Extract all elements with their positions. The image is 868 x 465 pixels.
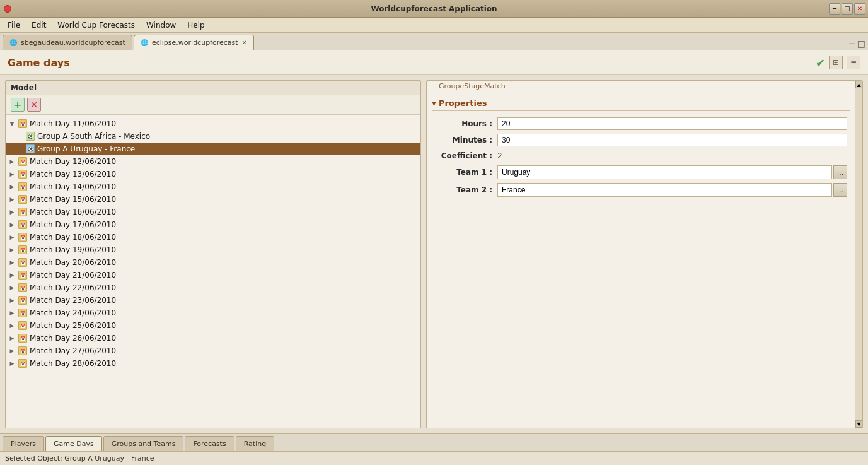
tree-expand-day24[interactable] xyxy=(8,309,16,317)
scrollbar-thumb-area[interactable] xyxy=(855,88,862,420)
calendar-icon-day17: 📅 xyxy=(18,220,28,230)
tree-item-day16[interactable]: 📅 Match Day 16/06/2010 xyxy=(6,206,420,218)
tree-label-day13: Match Day 13/06/2010 xyxy=(30,170,116,179)
scrollbar-up-button[interactable]: ▲ xyxy=(855,81,862,88)
tree-expand-day22[interactable] xyxy=(8,284,16,291)
tree-item-day27[interactable]: 📅 Match Day 27/06/2010 xyxy=(6,344,420,357)
menu-help[interactable]: Help xyxy=(182,20,209,31)
tree-label-day17: Match Day 17/06/2010 xyxy=(30,220,116,229)
validate-icon[interactable]: ✔ xyxy=(816,56,825,69)
team1-label: Team 1 : xyxy=(434,168,497,177)
tree-item-day25[interactable]: 📅 Match Day 25/06/2010 xyxy=(6,319,420,332)
properties-header: Properties xyxy=(432,98,850,111)
tree-expand-day14[interactable] xyxy=(8,183,16,191)
minutes-input[interactable] xyxy=(497,134,847,146)
tree-expand-day20[interactable] xyxy=(8,259,16,266)
model-panel-header: Model xyxy=(6,81,420,95)
tree-expand-day15[interactable] xyxy=(8,196,16,203)
calendar-icon-day12: 📅 xyxy=(18,156,28,167)
tree-label-day27: Match Day 27/06/2010 xyxy=(30,346,116,355)
tab-sbegaudeau[interactable]: 🌐 sbegaudeau.worldcupforecast xyxy=(3,35,132,50)
team2-input[interactable] xyxy=(497,183,832,197)
tree-expand-day19[interactable] xyxy=(8,246,16,254)
minimize-button[interactable]: ─ xyxy=(829,3,840,15)
tree-label-day14: Match Day 14/06/2010 xyxy=(30,182,116,191)
menu-bar: File Edit World Cup Forecasts Window Hel… xyxy=(0,18,868,33)
layout-grid-button[interactable]: ⊞ xyxy=(829,56,843,69)
menu-edit[interactable]: Edit xyxy=(26,20,51,31)
tree-item-day12[interactable]: 📅 Match Day 12/06/2010 xyxy=(6,155,420,168)
tree-expand-day18[interactable] xyxy=(8,233,16,241)
tree-item-day17[interactable]: 📅 Match Day 17/06/2010 xyxy=(6,218,420,231)
bottom-tabs: Players Game Days Groups and Teams Forec… xyxy=(0,433,868,451)
team1-input[interactable] xyxy=(497,165,832,179)
right-scrollbar[interactable]: ▲ ▼ xyxy=(855,81,862,428)
tab-close-button[interactable]: ✕ xyxy=(242,39,247,46)
tree-item-day22[interactable]: 📅 Match Day 22/06/2010 xyxy=(6,281,420,294)
tab-rating[interactable]: Rating xyxy=(236,436,274,451)
tree-expand-day23[interactable] xyxy=(8,297,16,304)
calendar-icon-day24: 📅 xyxy=(18,308,28,318)
calendar-icon-day21: 📅 xyxy=(18,270,28,280)
hours-input[interactable] xyxy=(497,117,847,130)
maximize-button[interactable]: □ xyxy=(842,3,853,15)
right-panel-main: Properties Hours : Minutes : Coeffic xyxy=(427,81,862,428)
tree-item-day28[interactable]: 📅 Match Day 28/06/2010 xyxy=(6,357,420,370)
tree-item-day11[interactable]: 📅 Match Day 11/06/2010 xyxy=(6,117,420,130)
tab-eclipse[interactable]: 🌐 eclipse.worldcupforecast ✕ xyxy=(134,35,254,50)
tree-item-day19[interactable]: 📅 Match Day 19/06/2010 xyxy=(6,244,420,256)
close-button[interactable]: ✕ xyxy=(854,3,865,15)
tree-item-day18[interactable]: 📅 Match Day 18/06/2010 xyxy=(6,231,420,244)
tab-bar-controls: ─ □ xyxy=(849,38,865,50)
scrollbar-down-button[interactable]: ▼ xyxy=(855,420,862,428)
tree-expand-day21[interactable] xyxy=(8,271,16,279)
tree-item-day20[interactable]: 📅 Match Day 20/06/2010 xyxy=(6,256,420,269)
tree-expand-day17[interactable] xyxy=(8,221,16,228)
tree-item-day14[interactable]: 📅 Match Day 14/06/2010 xyxy=(6,180,420,193)
properties-title: Properties xyxy=(439,98,487,108)
team2-browse-button[interactable]: ... xyxy=(833,183,847,197)
tree-expand-day27[interactable] xyxy=(8,347,16,355)
layout-list-button[interactable]: ≡ xyxy=(847,56,860,69)
tab-minimize-icon[interactable]: ─ xyxy=(849,38,854,49)
tab-icon-2: 🌐 xyxy=(141,39,148,46)
window-controls: ─ □ ✕ xyxy=(829,3,865,15)
tree-expand-day28[interactable] xyxy=(8,360,16,367)
tree-item-day24[interactable]: 📅 Match Day 24/06/2010 xyxy=(6,307,420,319)
window-title: Worldcupforecast Application xyxy=(371,4,497,13)
tree-expand-day13[interactable] xyxy=(8,170,16,178)
tab-groups-teams[interactable]: Groups and Teams xyxy=(103,436,184,451)
content-area: Model + ✕ 📅 Match Day 11/06/2010 xyxy=(0,75,868,433)
menu-worldcup[interactable]: World Cup Forecasts xyxy=(52,20,140,31)
team1-browse-button[interactable]: ... xyxy=(833,165,847,179)
remove-button[interactable]: ✕ xyxy=(27,98,41,112)
tree-item-day26[interactable]: 📅 Match Day 26/06/2010 xyxy=(6,332,420,344)
main-content: Game days ✔ ⊞ ≡ Model + ✕ 📅 xyxy=(0,50,868,451)
tree-expand-day16[interactable] xyxy=(8,208,16,216)
tree-item-uy-fr[interactable]: ⚽ Group A Uruguay - France xyxy=(6,143,420,155)
menu-file[interactable]: File xyxy=(3,20,25,31)
tree-item-day23[interactable]: 📅 Match Day 23/06/2010 xyxy=(6,294,420,307)
add-button[interactable]: + xyxy=(11,98,25,112)
tab-maximize-icon[interactable]: □ xyxy=(857,38,865,49)
tab-game-days[interactable]: Game Days xyxy=(45,436,102,451)
tree-item-day21[interactable]: 📅 Match Day 21/06/2010 xyxy=(6,269,420,281)
tree-item-day15[interactable]: 📅 Match Day 15/06/2010 xyxy=(6,193,420,206)
tree-area[interactable]: 📅 Match Day 11/06/2010 ⚽ Group A South A… xyxy=(6,115,420,428)
tree-item-group-sa-mex[interactable]: ⚽ Group A South Africa - Mexico xyxy=(6,130,420,143)
tree-label-day26: Match Day 26/06/2010 xyxy=(30,334,116,343)
calendar-icon-day25: 📅 xyxy=(18,321,28,331)
tree-label-day20: Match Day 20/06/2010 xyxy=(30,258,116,267)
calendar-icon-day16: 📅 xyxy=(18,207,28,217)
tab-forecasts[interactable]: Forecasts xyxy=(185,436,234,451)
tree-item-day13[interactable]: 📅 Match Day 13/06/2010 xyxy=(6,168,420,180)
minutes-label: Minutes : xyxy=(434,136,497,144)
tree-expand-day26[interactable] xyxy=(8,334,16,342)
tab-label-2: eclipse.worldcupforecast xyxy=(152,38,238,47)
tree-expand-day25[interactable] xyxy=(8,322,16,329)
menu-window[interactable]: Window xyxy=(141,20,181,31)
calendar-icon-day11: 📅 xyxy=(18,119,28,129)
tree-expand-day12[interactable] xyxy=(8,158,16,165)
tree-expand-day11[interactable] xyxy=(8,120,16,127)
tab-players[interactable]: Players xyxy=(3,436,44,451)
